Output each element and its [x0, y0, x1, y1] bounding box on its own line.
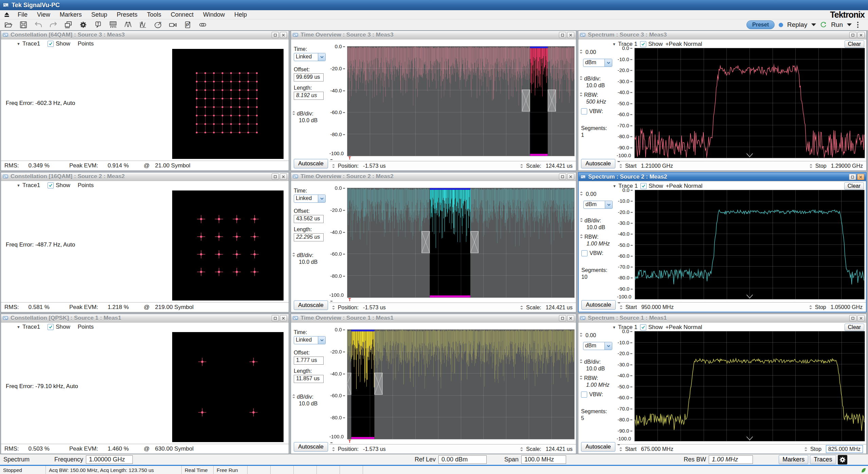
panel-titlebar[interactable]: Time Overview : Source 2 : Meas2 [291, 172, 576, 181]
points-option[interactable]: Points [78, 40, 94, 47]
panel-titlebar[interactable]: Time Overview : Source 1 : Meas1 [291, 314, 576, 323]
units-select[interactable]: dBm [583, 201, 613, 209]
preset-button[interactable]: Preset [746, 20, 775, 29]
trace-selector[interactable]: ▼Trace1 [17, 182, 40, 189]
offset-input[interactable]: 43.562 us [294, 215, 324, 223]
length-input[interactable]: 11.857 us [294, 375, 324, 383]
dbdiv-value[interactable]: 10.0 dB [297, 401, 318, 407]
eject-icon[interactable] [3, 12, 10, 18]
dbdiv-spinner-icon[interactable] [579, 359, 583, 364]
show-checkbox[interactable] [48, 182, 54, 188]
preset-p-icon[interactable]: P [183, 20, 193, 30]
panel-titlebar[interactable]: Spectrum : Source 3 : Meas3 [578, 31, 866, 39]
dbdiv-spinner-icon[interactable] [292, 394, 296, 399]
dbdiv-value[interactable]: 10.0 dB [584, 224, 605, 231]
scale-spinner-icon[interactable] [520, 305, 524, 310]
menu-connect[interactable]: Connect [167, 11, 198, 19]
vbw-checkbox[interactable] [581, 391, 587, 398]
minimize-button[interactable] [559, 174, 566, 180]
close-button[interactable] [567, 315, 574, 321]
dbdiv-spinner-icon[interactable] [579, 76, 583, 80]
panel-titlebar[interactable]: Constellation [QPSK] : Source 1 : Meas1 [1, 314, 289, 323]
mode-label[interactable]: Spectrum [3, 456, 54, 463]
menu-setup[interactable]: Setup [87, 11, 111, 19]
dbdiv-spinner-icon[interactable] [292, 111, 296, 115]
scale-spinner-icon[interactable] [520, 164, 524, 168]
spectrum-plot[interactable] [634, 48, 865, 158]
close-button[interactable] [857, 174, 864, 180]
panel-titlebar[interactable]: Constellation [64QAM] : Source 3 : Meas3 [1, 31, 289, 39]
start-spinner-icon[interactable] [619, 305, 623, 310]
dbdiv-value[interactable]: 10.0 dB [584, 366, 605, 372]
ref-level-value[interactable]: 0.00 [584, 49, 596, 55]
time-select[interactable]: Linked [294, 53, 326, 61]
minimize-button[interactable] [849, 32, 856, 38]
ref-level-spinner-icon[interactable] [579, 49, 583, 54]
time-select[interactable]: Linked [294, 195, 326, 203]
offset-input[interactable]: 1.777 us [294, 357, 324, 365]
minimize-button[interactable] [272, 174, 279, 180]
scale-spinner-icon[interactable] [520, 447, 524, 452]
clear-button[interactable]: Clear [845, 40, 864, 48]
frequency-input[interactable]: 1.00000 GHz [86, 455, 133, 464]
dbdiv-value[interactable]: 10.0 dB [297, 117, 318, 124]
menu-presets[interactable]: Presets [113, 11, 142, 19]
clear-button[interactable]: Clear [844, 182, 864, 190]
constellation-plot[interactable] [172, 332, 284, 442]
panel-titlebar[interactable]: Spectrum : Source 1 : Meas1 [578, 314, 866, 323]
ref-level-value[interactable]: 0.00 [584, 191, 596, 197]
capture-icon[interactable] [168, 20, 178, 30]
scale-value[interactable]: 124.421 us [546, 163, 573, 169]
menu-window[interactable]: Window [199, 11, 229, 19]
marker-text-icon[interactable]: T [93, 20, 103, 30]
position-spinner-icon[interactable] [331, 164, 336, 168]
panel-titlebar[interactable]: Time Overview : Source 3 : Meas3 [291, 31, 576, 39]
start-spinner-icon[interactable] [619, 164, 623, 168]
redo-icon[interactable] [48, 20, 58, 30]
res-bw-input[interactable]: 1.00 MHz [709, 455, 753, 464]
autoscale-button[interactable]: Autoscale [294, 159, 328, 168]
autoscale-button[interactable]: Autoscale [581, 442, 615, 452]
trace-selector[interactable]: ▼Trace1 [17, 40, 40, 47]
menu-tools[interactable]: Tools [143, 11, 165, 19]
close-button[interactable] [857, 32, 865, 38]
start-value[interactable]: 1.21000 GHz [641, 163, 673, 169]
minimize-button[interactable] [272, 32, 279, 38]
show-checkbox[interactable] [48, 41, 54, 47]
position-value[interactable]: -1.573 us [363, 163, 386, 169]
start-value[interactable]: 675.000 MHz [641, 446, 673, 452]
close-button[interactable] [280, 174, 287, 180]
close-button[interactable] [567, 32, 574, 38]
points-option[interactable]: Points [78, 182, 94, 189]
dbdiv-spinner-icon[interactable] [579, 218, 583, 222]
menu-view[interactable]: View [33, 11, 54, 19]
rbw-spinner-icon[interactable] [579, 92, 583, 97]
rbw-value[interactable]: 1.00 MHz [584, 382, 609, 388]
rbw-spinner-icon[interactable] [579, 234, 583, 239]
markers-button[interactable]: Markers [779, 455, 808, 464]
stop-value[interactable]: 1.05000 GHz [831, 304, 863, 310]
menu-markers[interactable]: Markers [56, 11, 86, 19]
stop-value[interactable]: 1.29000 GHz [831, 163, 863, 169]
ref-level-value[interactable]: 0.00 [584, 332, 596, 339]
length-input[interactable]: 22.295 us [294, 233, 324, 241]
span-input[interactable]: 100.0 MHz [521, 455, 566, 464]
constellation-plot[interactable] [172, 49, 284, 159]
minimize-button[interactable] [849, 315, 856, 321]
units-select[interactable]: dBm [583, 342, 612, 350]
length-input[interactable]: 8.192 us [294, 92, 324, 100]
scale-value[interactable]: 124.421 us [546, 305, 573, 311]
time-select[interactable]: Linked [294, 336, 326, 344]
close-button[interactable] [567, 174, 574, 180]
spectrogram-icon[interactable] [108, 20, 118, 30]
autoscale-button[interactable]: Autoscale [581, 300, 616, 310]
trace-selector[interactable]: ▼Trace1 [17, 324, 40, 330]
rbw-spinner-icon[interactable] [579, 375, 583, 380]
ref-level-spinner-icon[interactable] [579, 191, 583, 196]
points-option[interactable]: Points [78, 324, 94, 330]
dbdiv-value[interactable]: 10.0 dB [297, 259, 318, 265]
minimize-button[interactable] [272, 315, 279, 321]
replay-button[interactable]: Replay [787, 21, 807, 29]
minimize-button[interactable] [849, 174, 856, 180]
position-spinner-icon[interactable] [331, 447, 336, 452]
